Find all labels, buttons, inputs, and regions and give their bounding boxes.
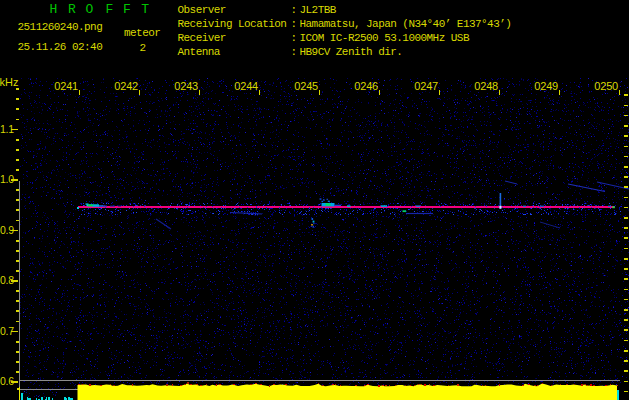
svg-text:0245: 0245 (294, 80, 318, 92)
svg-text:0242: 0242 (114, 80, 138, 92)
svg-text:Receiving Location: Receiving Location (178, 18, 287, 30)
svg-text:0243: 0243 (174, 80, 198, 92)
svg-text:0246: 0246 (354, 80, 378, 92)
svg-text:25.11.26 02:40: 25.11.26 02:40 (18, 41, 103, 53)
svg-text:Observer: Observer (178, 4, 226, 16)
svg-text:meteor: meteor (124, 27, 160, 39)
svg-text:2511260240.png: 2511260240.png (18, 21, 103, 33)
svg-text:H: H (50, 2, 58, 17)
svg-text:2: 2 (140, 42, 146, 54)
svg-text:Hamamatsu, Japan (N34°40’ E137: Hamamatsu, Japan (N34°40’ E137°43’) (300, 18, 512, 30)
svg-text:0247: 0247 (414, 80, 438, 92)
svg-text:0.9: 0.9 (0, 224, 14, 236)
svg-text:1.0: 1.0 (0, 173, 14, 185)
svg-text:Antenna: Antenna (178, 46, 221, 58)
svg-text::: : (291, 18, 297, 30)
svg-text:0.7: 0.7 (0, 325, 14, 337)
svg-text:F: F (123, 2, 131, 17)
svg-text:0.6: 0.6 (0, 375, 14, 387)
svg-text::: : (291, 46, 297, 58)
svg-text:0250: 0250 (594, 80, 618, 92)
svg-text:1.1: 1.1 (0, 123, 14, 135)
svg-text:JL2TBB: JL2TBB (300, 4, 337, 16)
svg-text:0244: 0244 (234, 80, 258, 92)
svg-text:0.8: 0.8 (0, 274, 14, 286)
svg-text:0249: 0249 (534, 80, 558, 92)
svg-text:HB9CV Zenith dir.: HB9CV Zenith dir. (300, 46, 403, 58)
svg-text:R: R (68, 2, 76, 17)
svg-text:0248: 0248 (474, 80, 498, 92)
svg-text:T: T (141, 2, 149, 17)
svg-text:0241: 0241 (54, 80, 78, 92)
svg-text::: : (291, 32, 297, 44)
svg-text:ICOM IC-R2500 53.1000MHz USB: ICOM IC-R2500 53.1000MHz USB (300, 32, 470, 44)
svg-text:F: F (106, 2, 114, 17)
svg-text:kHz: kHz (0, 76, 18, 88)
svg-text:O: O (86, 2, 94, 17)
svg-text::: : (291, 4, 297, 16)
svg-text:Receiver: Receiver (178, 32, 226, 44)
